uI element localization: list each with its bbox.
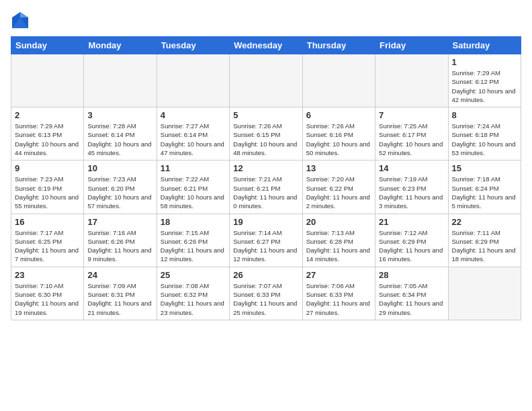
calendar-cell: 22Sunrise: 7:11 AM Sunset: 6:29 PM Dayli… [448, 214, 521, 267]
logo [11, 11, 31, 30]
weekday-header-monday: Monday [84, 37, 157, 54]
day-info: Sunrise: 7:26 AM Sunset: 6:15 PM Dayligh… [233, 122, 298, 157]
calendar-cell: 5Sunrise: 7:26 AM Sunset: 6:15 PM Daylig… [230, 107, 302, 161]
weekday-header-sunday: Sunday [11, 37, 84, 54]
calendar-cell: 17Sunrise: 7:16 AM Sunset: 6:26 PM Dayli… [84, 214, 157, 267]
day-info: Sunrise: 7:12 AM Sunset: 6:29 PM Dayligh… [379, 228, 444, 264]
day-number: 28 [379, 270, 444, 280]
calendar-cell [11, 54, 84, 107]
day-info: Sunrise: 7:06 AM Sunset: 6:33 PM Dayligh… [306, 281, 371, 317]
day-number: 20 [306, 217, 371, 227]
page: SundayMondayTuesdayWednesdayThursdayFrid… [0, 0, 532, 411]
week-row-2: 9Sunrise: 7:23 AM Sunset: 6:19 PM Daylig… [11, 161, 521, 214]
calendar-cell: 27Sunrise: 7:06 AM Sunset: 6:33 PM Dayli… [302, 267, 375, 320]
day-number: 11 [161, 163, 226, 173]
calendar-cell: 18Sunrise: 7:15 AM Sunset: 6:26 PM Dayli… [157, 214, 229, 267]
week-row-3: 16Sunrise: 7:17 AM Sunset: 6:25 PM Dayli… [11, 214, 521, 267]
day-number: 17 [87, 217, 152, 227]
calendar-cell [157, 54, 229, 107]
day-info: Sunrise: 7:22 AM Sunset: 6:21 PM Dayligh… [161, 175, 226, 210]
day-info: Sunrise: 7:20 AM Sunset: 6:22 PM Dayligh… [306, 175, 371, 210]
day-number: 2 [15, 110, 80, 120]
calendar-cell: 2Sunrise: 7:29 AM Sunset: 6:13 PM Daylig… [11, 107, 84, 161]
day-info: Sunrise: 7:17 AM Sunset: 6:25 PM Dayligh… [15, 228, 80, 264]
day-number: 27 [306, 270, 371, 280]
day-number: 15 [452, 163, 517, 173]
calendar-cell: 6Sunrise: 7:26 AM Sunset: 6:16 PM Daylig… [302, 107, 375, 161]
day-info: Sunrise: 7:21 AM Sunset: 6:21 PM Dayligh… [233, 175, 298, 210]
day-number: 7 [379, 110, 444, 120]
calendar-cell: 1Sunrise: 7:29 AM Sunset: 6:12 PM Daylig… [448, 54, 521, 107]
day-info: Sunrise: 7:08 AM Sunset: 6:32 PM Dayligh… [161, 281, 226, 317]
calendar-cell: 10Sunrise: 7:23 AM Sunset: 6:20 PM Dayli… [84, 161, 157, 214]
day-info: Sunrise: 7:15 AM Sunset: 6:26 PM Dayligh… [161, 228, 226, 264]
weekday-header-tuesday: Tuesday [157, 37, 229, 54]
weekday-header-thursday: Thursday [302, 37, 375, 54]
calendar-cell: 24Sunrise: 7:09 AM Sunset: 6:31 PM Dayli… [84, 267, 157, 320]
calendar-cell: 9Sunrise: 7:23 AM Sunset: 6:19 PM Daylig… [11, 161, 84, 214]
day-info: Sunrise: 7:23 AM Sunset: 6:20 PM Dayligh… [87, 175, 152, 210]
day-number: 26 [233, 270, 298, 280]
calendar-cell: 8Sunrise: 7:24 AM Sunset: 6:18 PM Daylig… [448, 107, 521, 161]
calendar-cell [302, 54, 375, 107]
day-number: 24 [87, 270, 152, 280]
day-number: 16 [15, 217, 80, 227]
week-row-4: 23Sunrise: 7:10 AM Sunset: 6:30 PM Dayli… [11, 267, 521, 320]
weekday-header-row: SundayMondayTuesdayWednesdayThursdayFrid… [11, 37, 521, 54]
day-number: 3 [87, 110, 152, 120]
day-number: 1 [452, 57, 517, 67]
day-info: Sunrise: 7:25 AM Sunset: 6:17 PM Dayligh… [379, 122, 444, 157]
weekday-header-wednesday: Wednesday [230, 37, 302, 54]
calendar-cell [84, 54, 157, 107]
day-number: 12 [233, 163, 298, 173]
day-info: Sunrise: 7:26 AM Sunset: 6:16 PM Dayligh… [306, 122, 371, 157]
header [11, 11, 521, 30]
svg-marker-1 [20, 12, 28, 17]
calendar-cell [230, 54, 302, 107]
calendar: SundayMondayTuesdayWednesdayThursdayFrid… [11, 36, 521, 320]
day-number: 18 [161, 217, 226, 227]
calendar-cell: 21Sunrise: 7:12 AM Sunset: 6:29 PM Dayli… [375, 214, 448, 267]
calendar-cell: 14Sunrise: 7:19 AM Sunset: 6:23 PM Dayli… [375, 161, 448, 214]
day-info: Sunrise: 7:19 AM Sunset: 6:23 PM Dayligh… [379, 175, 444, 210]
day-info: Sunrise: 7:14 AM Sunset: 6:27 PM Dayligh… [233, 228, 298, 264]
day-number: 23 [15, 270, 80, 280]
calendar-cell: 28Sunrise: 7:05 AM Sunset: 6:34 PM Dayli… [375, 267, 448, 320]
calendar-cell: 13Sunrise: 7:20 AM Sunset: 6:22 PM Dayli… [302, 161, 375, 214]
day-number: 4 [161, 110, 226, 120]
calendar-cell: 20Sunrise: 7:13 AM Sunset: 6:28 PM Dayli… [302, 214, 375, 267]
day-info: Sunrise: 7:29 AM Sunset: 6:13 PM Dayligh… [15, 122, 80, 157]
day-number: 25 [161, 270, 226, 280]
calendar-cell: 4Sunrise: 7:27 AM Sunset: 6:14 PM Daylig… [157, 107, 229, 161]
day-info: Sunrise: 7:13 AM Sunset: 6:28 PM Dayligh… [306, 228, 371, 264]
weekday-header-saturday: Saturday [448, 37, 521, 54]
day-number: 9 [15, 163, 80, 173]
calendar-cell: 19Sunrise: 7:14 AM Sunset: 6:27 PM Dayli… [230, 214, 302, 267]
calendar-cell: 26Sunrise: 7:07 AM Sunset: 6:33 PM Dayli… [230, 267, 302, 320]
day-number: 13 [306, 163, 371, 173]
calendar-cell: 7Sunrise: 7:25 AM Sunset: 6:17 PM Daylig… [375, 107, 448, 161]
day-info: Sunrise: 7:07 AM Sunset: 6:33 PM Dayligh… [233, 281, 298, 317]
calendar-cell [448, 267, 521, 320]
calendar-cell: 16Sunrise: 7:17 AM Sunset: 6:25 PM Dayli… [11, 214, 84, 267]
day-info: Sunrise: 7:18 AM Sunset: 6:24 PM Dayligh… [452, 175, 517, 210]
calendar-cell: 23Sunrise: 7:10 AM Sunset: 6:30 PM Dayli… [11, 267, 84, 320]
day-info: Sunrise: 7:27 AM Sunset: 6:14 PM Dayligh… [161, 122, 226, 157]
calendar-cell: 11Sunrise: 7:22 AM Sunset: 6:21 PM Dayli… [157, 161, 229, 214]
day-info: Sunrise: 7:16 AM Sunset: 6:26 PM Dayligh… [87, 228, 152, 264]
day-info: Sunrise: 7:28 AM Sunset: 6:14 PM Dayligh… [87, 122, 152, 157]
calendar-cell: 3Sunrise: 7:28 AM Sunset: 6:14 PM Daylig… [84, 107, 157, 161]
day-number: 14 [379, 163, 444, 173]
day-number: 8 [452, 110, 517, 120]
day-number: 5 [233, 110, 298, 120]
day-info: Sunrise: 7:29 AM Sunset: 6:12 PM Dayligh… [452, 68, 517, 104]
day-number: 19 [233, 217, 298, 227]
calendar-cell: 15Sunrise: 7:18 AM Sunset: 6:24 PM Dayli… [448, 161, 521, 214]
week-row-1: 2Sunrise: 7:29 AM Sunset: 6:13 PM Daylig… [11, 107, 521, 161]
day-number: 6 [306, 110, 371, 120]
day-info: Sunrise: 7:10 AM Sunset: 6:30 PM Dayligh… [15, 281, 80, 317]
day-number: 10 [87, 163, 152, 173]
day-number: 21 [379, 217, 444, 227]
calendar-cell: 12Sunrise: 7:21 AM Sunset: 6:21 PM Dayli… [230, 161, 302, 214]
day-info: Sunrise: 7:05 AM Sunset: 6:34 PM Dayligh… [379, 281, 444, 317]
